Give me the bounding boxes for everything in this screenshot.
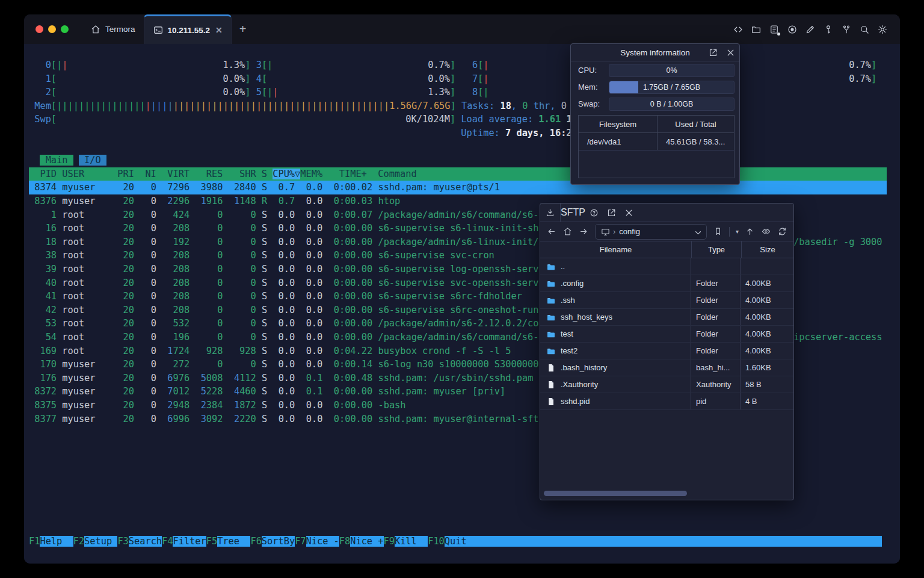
sort-column-cpu[interactable]: CPU%▽ <box>273 169 300 179</box>
cpu-meter-value: 0.0% <box>223 87 245 98</box>
log-icon[interactable] <box>769 24 780 35</box>
fn-label-f1[interactable]: Help <box>40 536 73 547</box>
fn-label-f7[interactable]: Nice - <box>306 536 339 547</box>
horizontal-scrollbar[interactable] <box>543 491 791 496</box>
state-cell: S <box>262 305 267 315</box>
bookmark-icon[interactable] <box>713 226 723 237</box>
code-icon[interactable] <box>733 24 744 35</box>
file-row[interactable]: .bash_historybash_hi...1.60KB <box>540 359 793 376</box>
cpu-meter-value: 1.3% <box>428 87 450 98</box>
close-icon[interactable] <box>725 48 736 58</box>
fn-key-f8[interactable]: F8 <box>339 536 350 547</box>
fn-key-f10[interactable]: F10 <box>428 536 445 547</box>
size-cell: 4.00KB <box>741 309 793 325</box>
file-row[interactable]: .sshFolder4.00KB <box>540 292 793 309</box>
edit-icon[interactable] <box>805 24 816 35</box>
close-window-button[interactable] <box>35 25 43 33</box>
fn-label-f4[interactable]: Filter <box>173 536 206 547</box>
bookmark-dropdown-caret[interactable]: ▾ <box>736 228 739 235</box>
state-cell: S <box>262 332 267 343</box>
cpu-meter-label: 3 <box>256 60 262 70</box>
state-cell: S <box>262 210 267 220</box>
fn-label-f3[interactable]: Search <box>129 536 162 547</box>
fn-key-f4[interactable]: F4 <box>162 536 173 547</box>
tab-io[interactable]: I/O <box>79 155 106 166</box>
scrollbar-thumb[interactable] <box>544 491 687 496</box>
cpu-meter-value: 0.7% <box>428 60 450 70</box>
user-cell: myuser <box>62 359 117 370</box>
back-icon[interactable] <box>546 226 556 237</box>
size-col-header[interactable]: Size <box>742 241 793 258</box>
type-col-header[interactable]: Type <box>692 241 742 258</box>
close-icon[interactable] <box>624 208 634 218</box>
popout-icon[interactable] <box>606 208 617 218</box>
file-table-header: Filename Type Size <box>540 241 793 258</box>
tab-main[interactable]: Main <box>40 155 73 166</box>
filename-cell: ssh_host_keys <box>561 312 612 322</box>
tab-session-active[interactable]: 10.211.55.2 ✕ <box>144 14 232 44</box>
keychain-icon[interactable] <box>841 24 852 35</box>
forward-icon[interactable] <box>579 226 589 237</box>
pid-cell: 39 <box>29 264 57 275</box>
tab-close-icon[interactable]: ✕ <box>215 25 223 35</box>
fn-label-f6[interactable]: SortBy <box>262 536 295 547</box>
path-breadcrumb[interactable]: › config <box>595 224 707 240</box>
tab-bar: Termora 10.211.55.2 ✕ + <box>24 14 900 44</box>
pid-cell: 18 <box>29 237 57 247</box>
fn-key-f9[interactable]: F9 <box>384 536 395 547</box>
cpu-meters-line: 1[ 0.0%] 4[ 0.0%] 7[| 0.7%] <box>29 72 887 86</box>
htop-view-tabs: Main I/O <box>29 154 887 167</box>
home-icon[interactable] <box>562 226 573 237</box>
file-row[interactable]: .XauthorityXauthority58 B <box>540 376 793 393</box>
refresh-icon[interactable] <box>777 226 787 237</box>
fn-key-f2[interactable]: F2 <box>73 536 84 547</box>
download-button[interactable] <box>540 204 561 222</box>
show-hidden-eye-icon[interactable] <box>761 226 771 237</box>
record-icon[interactable] <box>787 24 798 35</box>
process-command: sshd.pam: myuser [priv] <box>378 386 505 397</box>
file-row[interactable]: .configFolder4.00KB <box>540 275 793 292</box>
chevron-down-icon[interactable] <box>693 228 701 236</box>
fn-label-f8[interactable]: Nice + <box>350 536 383 547</box>
fn-key-f5[interactable]: F5 <box>206 536 217 547</box>
fn-key-f6[interactable]: F6 <box>250 536 261 547</box>
new-tab-button[interactable]: + <box>232 14 254 44</box>
filesystem-row[interactable]: /dev/vda145.61GB / 58.3... <box>579 133 734 151</box>
filesystem-table-header: Filesystem Used / Total <box>579 116 734 133</box>
type-cell: bash_hi... <box>691 359 741 376</box>
filename-col-header[interactable]: Filename <box>540 241 692 258</box>
process-command: sshd.pam: /usr/sbin/sshd.pam <box>378 373 533 384</box>
file-row[interactable]: test2Folder4.00KB <box>540 343 793 359</box>
cpu-meter-label: 1 <box>46 73 51 84</box>
cpu-meter-label: 6 <box>472 60 478 70</box>
file-row[interactable]: testFolder4.00KB <box>540 326 793 343</box>
process-row[interactable]: 8374 myuser 20 0 7296 3980 2840 S 0.7 0.… <box>29 181 887 194</box>
file-row[interactable]: .. <box>540 258 793 275</box>
fn-label-f5[interactable]: Tree <box>217 536 250 547</box>
process-command-overflow: /basedir -g 3000 <box>793 237 882 247</box>
file-row[interactable]: sshd.pidpid4 B <box>540 393 793 410</box>
function-key-bar: F1Help F2Setup F3SearchF4FilterF5Tree F6… <box>29 535 887 548</box>
search-icon[interactable] <box>859 24 870 35</box>
file-row[interactable]: ssh_host_keysFolder4.00KB <box>540 309 793 326</box>
up-directory-icon[interactable] <box>745 226 755 237</box>
fn-key-f3[interactable]: F3 <box>117 536 128 547</box>
user-cell: root <box>62 291 117 302</box>
fn-key-f1[interactable]: F1 <box>29 536 40 547</box>
tasks-kthreads: 0 <box>561 101 567 111</box>
tab-termora-home[interactable]: Termora <box>82 14 144 44</box>
zoom-window-button[interactable] <box>61 25 69 33</box>
fn-label-f2[interactable]: Setup <box>84 536 117 547</box>
cpu-meter-value: 0.0% <box>223 73 245 84</box>
minimize-window-button[interactable] <box>48 25 56 33</box>
folder-icon[interactable] <box>751 24 762 35</box>
settings-icon[interactable] <box>877 24 888 35</box>
help-icon[interactable] <box>589 208 599 218</box>
state-cell: S <box>262 291 267 302</box>
popout-icon[interactable] <box>708 48 718 58</box>
fn-label-f10[interactable]: Quit <box>445 536 478 547</box>
fn-label-f9[interactable]: Kill <box>395 536 428 547</box>
key-icon[interactable] <box>823 24 834 35</box>
fn-key-f7[interactable]: F7 <box>295 536 306 547</box>
swap-usage-bar: 0 B / 1.00GB <box>609 98 735 111</box>
